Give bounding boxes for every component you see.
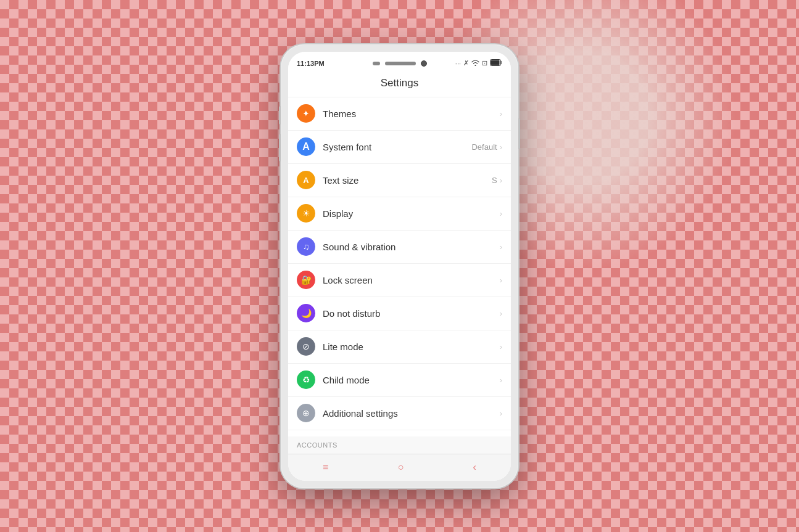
- additional-settings-chevron: ›: [500, 409, 502, 418]
- settings-item-do-not-disturb[interactable]: 🌙 Do not disturb ›: [288, 297, 511, 330]
- section-label: ACCOUNTS: [288, 436, 511, 454]
- section-label-text: ACCOUNTS: [297, 441, 337, 449]
- wifi-icon: [471, 60, 479, 67]
- title-bar: Settings: [288, 70, 511, 97]
- display-label: Display: [323, 208, 500, 219]
- child-mode-chevron: ›: [500, 375, 502, 385]
- display-icon: ☀: [297, 204, 315, 223]
- sound-vibration-label: Sound & vibration: [323, 242, 500, 252]
- child-mode-icon: ♻: [297, 370, 315, 389]
- nav-bar: ≡ ○ ‹: [288, 454, 511, 481]
- lite-mode-chevron: ›: [500, 342, 502, 351]
- do-not-disturb-chevron: ›: [500, 309, 502, 318]
- text-size-chevron: ›: [500, 176, 502, 185]
- settings-item-system-font[interactable]: A System font Default ›: [288, 131, 511, 164]
- lock-screen-chevron: ›: [500, 276, 502, 285]
- do-not-disturb-label: Do not disturb: [323, 308, 500, 319]
- system-font-label: System font: [323, 142, 471, 152]
- settings-item-lite-mode[interactable]: ⊘ Lite mode ›: [288, 330, 511, 364]
- themes-icon: ✦: [297, 104, 315, 123]
- settings-item-lock-screen[interactable]: 🔐 Lock screen ›: [288, 264, 511, 297]
- lite-mode-label: Lite mode: [323, 342, 500, 352]
- system-font-value: Default: [471, 142, 497, 152]
- system-font-icon: A: [297, 137, 315, 156]
- svg-rect-1: [491, 60, 500, 65]
- settings-item-sound-vibration[interactable]: ♫ Sound & vibration ›: [288, 231, 511, 264]
- text-size-label: Text size: [323, 175, 492, 186]
- dots-icon: ···: [455, 60, 461, 67]
- settings-item-child-mode[interactable]: ♻ Child mode ›: [288, 364, 511, 397]
- speaker-grille: [385, 62, 416, 65]
- battery-icon: [490, 59, 502, 67]
- child-mode-label: Child mode: [323, 375, 500, 385]
- display-chevron: ›: [500, 209, 502, 218]
- lock-screen-label: Lock screen: [323, 275, 500, 285]
- phone-frame: 11:13PM ··· ✗ ⊡: [281, 44, 518, 488]
- themes-label: Themes: [323, 108, 500, 119]
- front-camera: [421, 60, 427, 67]
- additional-settings-label: Additional settings: [323, 408, 500, 419]
- settings-list: ✦ Themes › A System font Default › A Tex…: [288, 97, 511, 436]
- lock-screen-icon: 🔐: [297, 271, 315, 289]
- volume-up-button[interactable]: [279, 106, 281, 125]
- lite-mode-icon: ⊘: [297, 337, 315, 356]
- themes-chevron: ›: [500, 109, 502, 118]
- back-button[interactable]: ‹: [461, 457, 489, 478]
- page-title: Settings: [381, 77, 418, 89]
- power-button[interactable]: [518, 118, 520, 149]
- status-time: 11:13PM: [297, 60, 325, 67]
- phone-screen: 11:13PM ··· ✗ ⊡: [288, 52, 511, 481]
- sound-vibration-chevron: ›: [500, 242, 502, 252]
- settings-item-display[interactable]: ☀ Display ›: [288, 197, 511, 231]
- speaker-slot: [373, 62, 380, 65]
- volume-down-button[interactable]: [279, 134, 281, 162]
- text-size-icon: A: [297, 171, 315, 189]
- do-not-disturb-icon: 🌙: [297, 304, 315, 322]
- text-size-value: S: [492, 176, 497, 185]
- settings-item-text-size[interactable]: A Text size S ›: [288, 164, 511, 197]
- home-button[interactable]: ○: [386, 457, 416, 478]
- image-icon: ⊡: [482, 59, 487, 67]
- status-icons: ··· ✗ ⊡: [455, 59, 502, 67]
- additional-settings-icon: ⊕: [297, 404, 315, 422]
- top-hardware: [373, 60, 427, 67]
- settings-item-additional-settings[interactable]: ⊕ Additional settings ›: [288, 397, 511, 430]
- sound-vibration-icon: ♫: [297, 237, 315, 256]
- system-font-chevron: ›: [500, 142, 502, 152]
- signal-icon: ✗: [463, 59, 469, 67]
- menu-button[interactable]: ≡: [310, 457, 341, 478]
- settings-item-themes[interactable]: ✦ Themes ›: [288, 97, 511, 131]
